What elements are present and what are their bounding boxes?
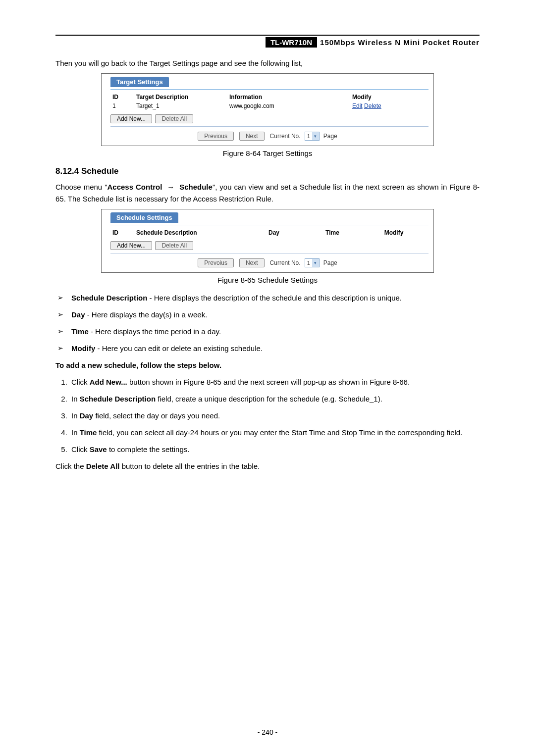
- delete-link[interactable]: Delete: [364, 102, 381, 109]
- list-item: Time - Here displays the time period in …: [55, 326, 480, 338]
- steps-list: Click Add New... button shown in Figure …: [55, 376, 480, 455]
- panel-title: Target Settings: [110, 77, 169, 87]
- page-select[interactable]: 1 ▾: [305, 258, 320, 267]
- list-item: In Time field, you can select all day-24…: [69, 427, 480, 439]
- bullet-list: Schedule Description - Here displays the…: [55, 292, 480, 354]
- add-schedule-heading: To add a new schedule, follow the steps …: [55, 359, 480, 371]
- pager-label-pre: Current No.: [270, 259, 301, 266]
- pager-label-pre: Current No.: [270, 133, 301, 140]
- delete-all-button[interactable]: Delete All: [155, 114, 193, 123]
- list-item: Click Add New... button shown in Figure …: [69, 376, 480, 388]
- section-heading: 8.12.4 Schedule: [55, 166, 480, 176]
- table-row: 1 Target_1 www.google.com Edit Delete: [110, 101, 428, 110]
- list-item: Day - Here displays the day(s) in a week…: [55, 309, 480, 321]
- col-desc: Schedule Description: [134, 228, 242, 237]
- col-info: Information: [227, 93, 350, 101]
- page-number: - 240 -: [0, 728, 535, 736]
- delete-all-text: Click the Delete All button to delete al…: [55, 460, 480, 472]
- add-new-button[interactable]: Add New...: [110, 114, 152, 123]
- doc-header: TL-WR710N 150Mbps Wireless N Mini Pocket…: [55, 37, 480, 48]
- page-select-value: 1: [305, 260, 312, 266]
- next-button[interactable]: Next: [239, 132, 265, 141]
- list-item: In Schedule Description field, create a …: [69, 393, 480, 405]
- figure-caption: Figure 8-64 Target Settings: [55, 149, 480, 157]
- doc-title: 150Mbps Wireless N Mini Pocket Router: [320, 38, 480, 47]
- col-id: ID: [110, 228, 134, 237]
- next-button[interactable]: Next: [239, 258, 265, 267]
- col-modify: Modify: [359, 228, 428, 237]
- cell-id: 1: [110, 101, 134, 110]
- pager: Prevoius Next Current No. 1 ▾ Page: [102, 254, 433, 272]
- list-item: Click Save to complete the settings.: [69, 444, 480, 455]
- add-new-button[interactable]: Add New...: [110, 241, 152, 250]
- figure-caption: Figure 8-65 Schedule Settings: [55, 276, 480, 284]
- cell-desc: Target_1: [134, 101, 227, 110]
- intro-text: Then you will go back to the Target Sett…: [55, 57, 480, 69]
- pager-label-post: Page: [323, 259, 337, 266]
- list-item: Modify - Here you can edit or delete an …: [55, 343, 480, 354]
- cell-info: www.google.com: [227, 101, 350, 110]
- chevron-down-icon: ▾: [312, 132, 319, 140]
- figure-target-settings: Target Settings ID Target Description In…: [101, 73, 434, 146]
- model-badge: TL-WR710N: [266, 37, 317, 48]
- page-select[interactable]: 1 ▾: [305, 132, 320, 141]
- col-time: Time: [306, 228, 359, 237]
- panel-title: Schedule Settings: [110, 212, 178, 223]
- pager-label-post: Page: [323, 133, 337, 140]
- col-id: ID: [110, 93, 134, 101]
- col-desc: Target Description: [134, 93, 227, 101]
- prev-button[interactable]: Prevoius: [198, 258, 234, 267]
- figure-schedule-settings: Schedule Settings ID Schedule Descriptio…: [101, 209, 434, 273]
- col-day: Day: [242, 228, 306, 237]
- pager: Previous Next Current No. 1 ▾ Page: [102, 128, 433, 146]
- page-select-value: 1: [305, 133, 312, 139]
- list-item: In Day field, select the day or days you…: [69, 410, 480, 422]
- edit-link[interactable]: Edit: [352, 102, 363, 109]
- list-item: Schedule Description - Here displays the…: [55, 292, 480, 304]
- schedule-intro: Choose menu "Access Control → Schedule",…: [55, 181, 480, 205]
- delete-all-button[interactable]: Delete All: [155, 241, 193, 250]
- prev-button[interactable]: Previous: [198, 132, 234, 141]
- chevron-down-icon: ▾: [312, 259, 319, 267]
- col-modify: Modify: [350, 93, 428, 101]
